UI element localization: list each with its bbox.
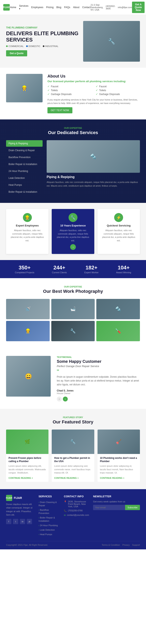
- footer-link-heat[interactable]: Heat Pumps: [39, 533, 52, 536]
- nav-employees[interactable]: Employees: [31, 6, 43, 9]
- blog-text-2: Lorem ipsum dolor adipiscing sed, commod…: [54, 464, 92, 474]
- feature-card-employees: 👷 Expert Employees Aliquam faucibus, odi…: [6, 209, 49, 254]
- hero-cta-button[interactable]: Get a Quote: [6, 50, 27, 56]
- nav-services[interactable]: Services ▾: [19, 4, 28, 10]
- service-detail: 🔩 Piping & Repiping Aliquam faucibus, od…: [47, 140, 140, 196]
- logo: FIJAR: [3, 4, 10, 10]
- hero-img-placeholder: 🔧: [83, 21, 140, 62]
- feature-card-servicing: ⚡ Quickest Servicing Aliquam faucibus, o…: [97, 209, 140, 254]
- footer-bottom: Copyright© 2021 Fijar. All Right Reserve…: [6, 541, 140, 546]
- testimonial-nav: ‹ ›: [57, 396, 140, 402]
- blog-link-2[interactable]: CONTINUE READING +: [54, 477, 79, 479]
- footer-link-backflow[interactable]: Backflow Prevention: [39, 509, 49, 514]
- features-section: 👷 Expert Employees Aliquam faucibus, odi…: [0, 203, 146, 260]
- gallery-section: OUR EXPERTISE Our Best Work Photography …: [0, 278, 146, 348]
- blog-image-2: 🔧: [52, 430, 94, 454]
- blog-image-1: 🌿: [6, 430, 49, 454]
- blog-title-3: 10 Plumbing works don't need a Plumber: [100, 456, 138, 463]
- footer-email: ✉ contact@yoursite.com: [64, 514, 89, 516]
- stat-completed-number: 350+: [15, 264, 34, 271]
- testimonial-image: 😄: [6, 356, 51, 396]
- about-title: About Us: [47, 74, 140, 78]
- stat-workers-number: 182+: [84, 264, 99, 271]
- gallery-item-2: 🛁: [51, 299, 95, 319]
- nav-info: 21.5 Star Sandusberg, NY, USA (403)502-3…: [91, 4, 132, 11]
- newsletter-input[interactable]: [93, 505, 125, 510]
- services-list-item-24h[interactable]: 24 Hour Plumbing: [6, 168, 43, 174]
- testimonial-text: Proin ac ipsum in augue condimentum vulp…: [57, 375, 140, 387]
- nav-pricing[interactable]: Pricing: [46, 6, 54, 9]
- footer-link-boiler[interactable]: Boiler Repair & Installation: [39, 516, 55, 522]
- footer-about-col: FIJAR FIJAR Donec dapibus mauris elit vi…: [6, 495, 34, 537]
- stats-section: 350+ Completed Projects 244+ Current Cli…: [0, 260, 146, 278]
- nav-blog[interactable]: Blog: [56, 6, 61, 9]
- hero-image: 🔧: [83, 21, 140, 62]
- footer-grid: FIJAR FIJAR Donec dapibus mauris elit vi…: [6, 495, 140, 537]
- footer-link-drain[interactable]: Drain Cleaning & Repair: [39, 501, 57, 507]
- services-list-item-boiler2[interactable]: Boiler Repair & Installation: [6, 188, 43, 195]
- blog-tag: FEATURED STORY: [6, 416, 140, 418]
- location-icon: 📍: [64, 500, 67, 503]
- testimonial-prev-button[interactable]: ‹: [57, 396, 62, 402]
- testimonial-role: House Owner: [57, 392, 140, 394]
- hero-type-commercial: COMMERCIAL: [6, 45, 24, 48]
- feature-link-experience[interactable]: →: [70, 244, 76, 250]
- phone-icon: 📞: [64, 510, 67, 512]
- about-text: If you require plumbing services in New …: [47, 98, 140, 105]
- services-list-item-leak[interactable]: Leak Detection: [6, 175, 43, 181]
- stat-workers-label: Expert Worker: [84, 271, 99, 274]
- about-list: ✓ Faucet ✓ Faucet ✓ Toilets ✓ Toilets ✓ …: [47, 85, 140, 96]
- testimonial-section: 😄 Testimonial Some Happy Customer Perfec…: [0, 348, 146, 409]
- blog-card-2: 🔧 How to get a Plumber permit in the USA…: [52, 430, 94, 482]
- nav-home[interactable]: Home: [10, 6, 16, 9]
- service-image: 🔩: [47, 140, 140, 173]
- nav-faqs[interactable]: FAQs: [64, 6, 70, 9]
- logo-icon: FIJAR: [3, 4, 10, 10]
- blog-image-3: 🪠: [97, 430, 140, 454]
- footer-privacy-link[interactable]: Privacy: [122, 544, 130, 546]
- feature-title-experience: 10 Years Experience: [55, 224, 91, 227]
- navbar-cta-button[interactable]: Get A Quote Now: [132, 2, 145, 13]
- testimonial-service: Perfect Garage Door Repair Service: [57, 365, 140, 368]
- about-image: 👷: [6, 74, 43, 102]
- blog-body-3: 10 Plumbing works don't need a Plumber L…: [97, 454, 140, 482]
- nav-contact[interactable]: Contact: [82, 6, 91, 9]
- blog-body-1: Prevent Frozen pipes before calling a Pl…: [6, 454, 49, 482]
- feature-title-employees: Expert Employees: [9, 224, 45, 227]
- footer-services-col: SERVICES Drain Cleaning & Repair Backflo…: [39, 495, 60, 537]
- testimonial-next-button[interactable]: ›: [63, 396, 68, 402]
- blog-link-3[interactable]: CONTINUE READING +: [100, 477, 125, 479]
- service-detail-title: Piping & Repiping: [47, 175, 140, 179]
- servicing-icon: ⚡: [114, 213, 123, 222]
- nav-email: info@fijar.com: [118, 6, 132, 8]
- newsletter-submit-button[interactable]: Subscribe: [125, 505, 140, 510]
- stat-workers: 182+ Expert Worker: [84, 264, 99, 274]
- newsletter-text: Get every week updates from us: [93, 500, 140, 503]
- gallery-item-3: 🔩: [96, 299, 140, 319]
- blog-link-1[interactable]: CONTINUE READING +: [8, 477, 33, 479]
- services-list-item-heat[interactable]: Heat Pumps: [6, 182, 43, 188]
- footer-terms-link[interactable]: Terms & Condition: [102, 544, 120, 546]
- gallery-tag: OUR EXPERTISE: [6, 286, 140, 288]
- footer-newsletter-title: NEWSLETTER: [93, 495, 140, 498]
- gallery-grid: 🚿 🛁 🔩 👷 🔧 🪛: [6, 299, 140, 341]
- footer-link-leak[interactable]: Leak Detection: [39, 529, 55, 531]
- services-list-item-drain[interactable]: Drain Cleaning & Repair: [6, 147, 43, 154]
- services-list-item-piping[interactable]: Piping & Repiping: [6, 140, 43, 147]
- footer-contact-title: CONTACT INFO: [64, 495, 89, 498]
- services-list-item-backflow[interactable]: Backflow Prevention: [6, 154, 43, 160]
- social-linkedin-icon[interactable]: in: [20, 519, 25, 524]
- footer-support-link[interactable]: Support: [132, 544, 140, 546]
- footer-link-24h[interactable]: 24 Hour Plumbing: [39, 524, 58, 526]
- hero-section: THE PLUMBING COMPANY DELIVERS ELITE PLUM…: [0, 15, 146, 68]
- social-facebook-icon[interactable]: f: [6, 519, 11, 524]
- stat-awards-label: Award Winning: [116, 271, 131, 274]
- social-twitter-icon[interactable]: t: [13, 519, 18, 524]
- services-list-item-boiler[interactable]: Boiler Repair & Installation: [6, 161, 43, 168]
- about-cta-button[interactable]: GET TEXT NOW: [47, 107, 73, 113]
- feature-card-experience: 🔧 10 Years Experience Aliquam faucibus, …: [52, 209, 94, 254]
- nav-about[interactable]: About: [73, 6, 79, 9]
- blog-text-1: Lorem ipsum dolor adipiscing elit, iacul…: [8, 464, 46, 474]
- social-youtube-icon[interactable]: yt: [27, 519, 32, 524]
- gallery-item-1: 🚿: [6, 299, 50, 319]
